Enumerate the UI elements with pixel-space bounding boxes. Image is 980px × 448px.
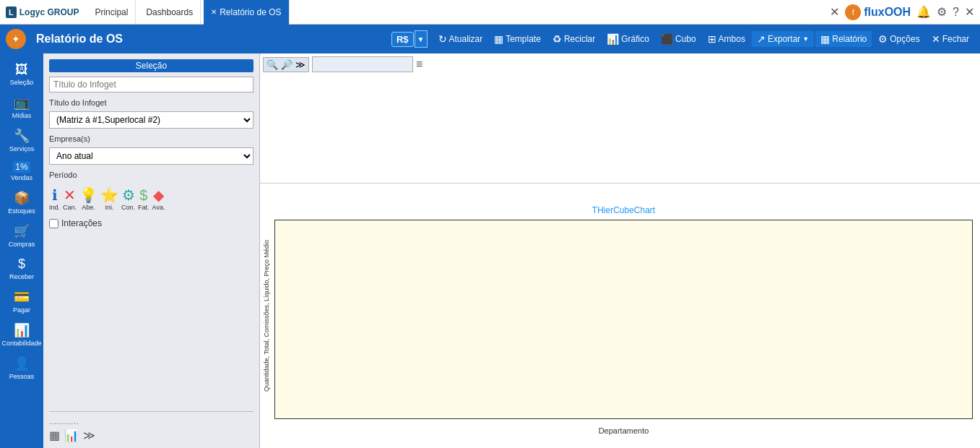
status-con[interactable]: ⚙ Con. <box>121 186 135 211</box>
tab-relatorio-os[interactable]: ✕ Relatório de OS <box>204 0 289 25</box>
ind-label: Ind. <box>49 204 60 211</box>
can-icon: ✕ <box>64 186 76 204</box>
template-icon: ▦ <box>494 33 503 45</box>
reciclar-button[interactable]: ♻ Reciclar <box>547 31 600 47</box>
sidebar-item-selecao[interactable]: 🖼 Seleção <box>2 59 41 89</box>
ambos-button[interactable]: ⊞ Ambos <box>703 31 750 47</box>
zoom-in-icon[interactable]: 🔍 <box>266 59 278 70</box>
fat-icon: $ <box>139 187 147 204</box>
infoget-input-area[interactable] <box>312 56 413 72</box>
estoques-icon: 📦 <box>14 190 30 206</box>
chart-area: 🔍 🔎 ≫ ≡ Quantidade, Total, Comissões, Lí… <box>260 53 980 448</box>
status-fat[interactable]: $ Fat. <box>138 187 149 211</box>
selecao-icon: 🖼 <box>15 62 28 77</box>
ini-icon: ⭐ <box>100 186 118 204</box>
status-ini[interactable]: ⭐ Ini. <box>100 186 118 211</box>
template-label: Template <box>506 34 541 44</box>
receber-label: Receber <box>9 273 34 280</box>
reciclar-label: Reciclar <box>564 34 595 44</box>
expand-chart-icon[interactable]: ≫ <box>295 59 305 70</box>
status-ind[interactable]: ℹ Ind. <box>49 186 60 211</box>
empresa-select[interactable]: (Matriz á #1,Superlocal #2)Todas <box>49 111 253 129</box>
opcoes-button[interactable]: ⚙ Opções <box>873 31 924 47</box>
status-abe[interactable]: 💡 Abe. <box>79 186 97 211</box>
ambos-label: Ambos <box>719 34 745 44</box>
sidebar-item-pagar[interactable]: 💳 Pagar <box>2 286 41 316</box>
status-ava[interactable]: ◆ Ava. <box>152 186 165 211</box>
bar-chart-icon[interactable]: 📊 <box>64 428 79 442</box>
y-axis-label: Quantidade, Total, Comissões, Líquido, P… <box>260 184 274 448</box>
sidebar-item-receber[interactable]: $ Receber <box>2 254 41 283</box>
status-can[interactable]: ✕ Can. <box>63 186 77 211</box>
help-icon[interactable]: ? <box>953 6 959 19</box>
servicos-icon: 🔧 <box>14 128 30 144</box>
exportar-dropdown-icon: ▼ <box>802 35 809 43</box>
grafico-icon: 📊 <box>607 33 619 45</box>
reciclar-icon: ♻ <box>552 33 562 45</box>
titulo-label: Título do Infoget <box>49 98 253 107</box>
sidebar-item-pessoas[interactable]: 👤 Pessoas <box>2 353 41 383</box>
vendas-label: Vendas <box>11 174 32 181</box>
cubo-button[interactable]: ⬛ Cubo <box>656 31 701 47</box>
sidebar-item-contabilidade[interactable]: 📊 Contabilidade <box>2 319 41 350</box>
chart-top: 🔍 🔎 ≫ ≡ <box>260 53 980 184</box>
tab-dashboards-label: Dashboards <box>146 7 193 17</box>
currency-button[interactable]: R$ <box>391 32 414 47</box>
receber-icon: $ <box>18 257 25 272</box>
pagar-icon: 💳 <box>14 289 30 305</box>
grafico-button[interactable]: 📊 Gráfico <box>602 31 654 47</box>
ind-icon: ℹ <box>52 186 58 204</box>
logo-box: L <box>6 7 17 18</box>
pagar-label: Pagar <box>13 306 30 314</box>
close-icon-tab[interactable]: ✕ <box>211 8 217 16</box>
zoom-out-icon[interactable]: 🔎 <box>281 59 292 70</box>
atualizar-button[interactable]: ↻ Atualizar <box>433 31 488 47</box>
interacoes-checkbox[interactable] <box>49 219 58 228</box>
ava-label: Ava. <box>152 204 165 211</box>
compras-label: Compras <box>9 241 35 248</box>
ambos-icon: ⊞ <box>708 33 716 45</box>
empresa-label: Empresa(s) <box>49 134 253 143</box>
tab-principal-label: Principal <box>95 7 128 17</box>
sidebar-item-servicos[interactable]: 🔧 Serviços <box>2 125 41 155</box>
toolbar-logo: ✦ <box>6 29 26 49</box>
tab-principal[interactable]: Principal <box>87 0 136 25</box>
titulo-infoget-input[interactable] <box>49 77 253 92</box>
logo-text: Logyc GROUP <box>19 7 79 17</box>
chart-title: THierCubeChart <box>592 205 655 215</box>
dropdown-arrow-icon: ▼ <box>417 35 425 43</box>
opcoes-label: Opções <box>890 34 919 44</box>
filter-icon[interactable]: ≡ <box>416 58 422 71</box>
contabilidade-label: Contabilidade <box>1 340 41 347</box>
x-axis-label: Departamento <box>599 426 649 435</box>
template-button[interactable]: ▦ Template <box>489 31 546 47</box>
toolbar-logo-icon: ✦ <box>12 33 20 45</box>
contabilidade-icon: 📊 <box>14 322 30 338</box>
settings-icon[interactable]: ⚙ <box>937 5 947 19</box>
cubo-label: Cubo <box>675 34 696 44</box>
sidebar-item-compras[interactable]: 🛒 Compras <box>2 220 41 251</box>
tab-dashboards[interactable]: Dashboards <box>139 0 201 25</box>
grafico-label: Gráfico <box>621 34 649 44</box>
selection-panel: Seleção Título do Infoget (Matriz á #1,S… <box>43 53 260 448</box>
currency-label: R$ <box>396 34 409 45</box>
fechar-label: Fechar <box>942 34 969 44</box>
sidebar-item-vendas[interactable]: 1% Vendas <box>2 158 41 184</box>
periodo-select[interactable]: Ano atualMês atualSemana atual <box>49 147 253 165</box>
logo-area: L Logyc GROUP <box>6 7 79 18</box>
relatorio-button[interactable]: ▦ Relatório <box>815 31 872 47</box>
sidebar-item-estoques[interactable]: 📦 Estoques <box>2 187 41 217</box>
ava-icon: ◆ <box>153 186 164 204</box>
close-window-icon[interactable]: ✕ <box>830 5 839 19</box>
grid-view-icon[interactable]: ▦ <box>49 428 60 442</box>
sidebar-item-midias[interactable]: 📺 Mídias <box>2 92 41 122</box>
currency-dropdown[interactable]: ▼ <box>415 30 428 48</box>
close-icon[interactable]: ✕ <box>965 5 974 19</box>
expand-icon[interactable]: ≫ <box>83 428 95 442</box>
exportar-button[interactable]: ↗ Exportar ▼ <box>752 31 814 47</box>
fechar-button[interactable]: ✕ Fechar <box>927 31 974 47</box>
estoques-label: Estoques <box>8 207 35 215</box>
tab-relatorio-os-label: Relatório de OS <box>220 7 281 17</box>
notification-icon[interactable]: 🔔 <box>916 5 931 19</box>
relatorio-icon: ▦ <box>820 33 830 45</box>
